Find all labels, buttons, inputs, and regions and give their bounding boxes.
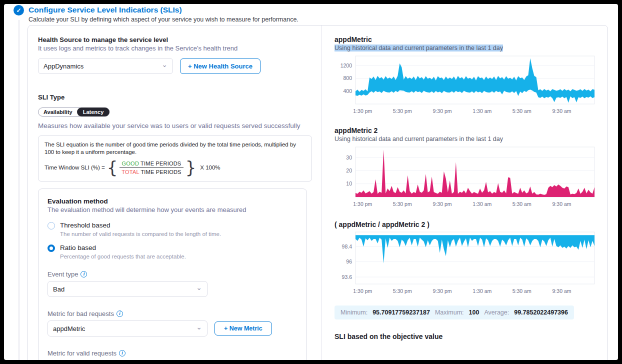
svg-text:5:30 pm: 5:30 pm — [393, 288, 412, 294]
metric-bad-label: Metric for bad requests — [48, 310, 114, 318]
svg-text:1:30 pm: 1:30 pm — [353, 288, 372, 294]
info-icon[interactable]: i — [116, 310, 123, 317]
app-window: ✓ Configure Service Level Indicatiors (S… — [4, 4, 618, 360]
new-metric-button-bad[interactable]: + New Metric — [214, 322, 272, 336]
appdmetric2-chart: 3020101:30 pm5:30 pm9:30 pm1:30 am5:30 a… — [334, 146, 598, 212]
svg-text:96: 96 — [346, 258, 352, 264]
chevron-down-icon: ⌄ — [196, 324, 202, 330]
chart1-subtitle: Using historical data and current parame… — [334, 44, 598, 52]
svg-text:9:30 am: 9:30 am — [552, 108, 572, 114]
info-icon[interactable]: i — [80, 271, 87, 278]
close-brace: } — [186, 159, 196, 176]
equation-rhs: X 100% — [200, 164, 220, 170]
event-type-select[interactable]: Bad ⌄ — [48, 281, 208, 297]
page-subtitle: Calculate your SLI by defining which asp… — [28, 16, 298, 23]
event-type-value: Bad — [53, 286, 64, 293]
svg-text:1200: 1200 — [340, 62, 352, 68]
sli-equation-formula: Time Window SLI (%) = { GOOD TIME PERIOD… — [44, 159, 306, 176]
svg-text:93.6: 93.6 — [342, 274, 352, 280]
svg-text:9:30 pm: 9:30 pm — [433, 108, 452, 114]
svg-text:20: 20 — [346, 168, 352, 174]
radio-threshold-based[interactable]: Threshold based The number of valid requ… — [48, 222, 298, 237]
total-term: TOTAL — [122, 169, 139, 175]
metric-valid-label: Metric for valid requests — [48, 350, 116, 357]
sli-type-label: SLI Type — [38, 93, 310, 102]
ratio-based-description: Percentage of good requests that are acc… — [60, 254, 186, 260]
health-source-description: It uses logs and metrics to track change… — [38, 44, 310, 53]
minimum-label: Minimum: — [340, 309, 368, 316]
chart3-title: ( appdMetric / appdMetric 2 ) — [334, 220, 598, 228]
health-source-select[interactable]: AppDynamics ⌄ — [38, 58, 173, 74]
event-type-label: Event type — [48, 270, 78, 278]
equation-fraction: GOOD TIME PERIODS TOTAL TIME PERIODS — [120, 160, 183, 175]
svg-text:800: 800 — [343, 75, 352, 81]
chevron-down-icon: ⌄ — [162, 62, 168, 67]
svg-text:5:30 pm: 5:30 pm — [393, 201, 412, 207]
evaluation-method-box: Evaluation method The evaluation method … — [38, 188, 307, 360]
svg-text:1:30 pm: 1:30 pm — [353, 201, 372, 207]
equation-lhs: Time Window SLI (%) = — [44, 164, 105, 170]
svg-text:5:30 pm: 5:30 pm — [393, 108, 412, 114]
svg-text:9:30 am: 9:30 am — [552, 288, 572, 294]
chart2-subtitle: Using historical data and current parame… — [334, 134, 598, 144]
maximum-value: 100 — [469, 309, 480, 316]
svg-text:9:30 pm: 9:30 pm — [433, 201, 452, 207]
open-brace: { — [107, 159, 118, 176]
sli-type-option-availability[interactable]: Availability — [38, 108, 78, 116]
average-value: 99.7852022497396 — [514, 309, 568, 316]
maximum-label: Maximum: — [435, 309, 464, 316]
sli-form-column: Health Source to manage the service leve… — [28, 26, 321, 360]
sli-config-panel: Health Source to manage the service leve… — [28, 25, 608, 360]
minimum-value: 95.70917759237187 — [372, 309, 430, 316]
threshold-based-label: Threshold based — [60, 222, 221, 230]
svg-text:1:30 pm: 1:30 pm — [353, 108, 372, 114]
svg-text:30: 30 — [346, 154, 352, 160]
health-source-value: AppDynamics — [44, 62, 84, 70]
check-glyph: ✓ — [16, 7, 21, 14]
page-title: Configure Service Level Indicatiors (SLI… — [28, 6, 182, 14]
new-health-source-button[interactable]: + New Health Source — [180, 58, 260, 74]
numerator-rest: TIME PERIODS — [140, 160, 181, 166]
svg-text:9:30 pm: 9:30 pm — [433, 288, 452, 294]
chart1-title: appdMetric — [334, 36, 598, 44]
metric-bad-select[interactable]: appdMetric ⌄ — [48, 320, 208, 336]
svg-text:10: 10 — [346, 180, 352, 186]
sli-equation-text: The SLI equation is the number of good t… — [44, 141, 306, 156]
sli-equation-box: The SLI equation is the number of good t… — [38, 136, 312, 182]
evaluation-method-description: The evaluation method will determine how… — [48, 206, 298, 214]
chevron-down-icon: ⌄ — [196, 285, 202, 290]
info-icon[interactable]: i — [119, 350, 126, 356]
good-term: GOOD — [122, 160, 139, 166]
svg-text:400: 400 — [343, 88, 352, 94]
radio-circle-selected[interactable] — [48, 244, 55, 252]
event-type-label-row: Event type i — [48, 270, 298, 278]
metric-bad-label-row: Metric for bad requests i — [48, 310, 298, 318]
sli-type-option-latency[interactable]: Latency — [77, 108, 110, 116]
svg-text:98.4: 98.4 — [342, 244, 352, 250]
chart2-title: appdMetric 2 — [334, 126, 598, 134]
charts-column: appdMetric Using historical data and cur… — [321, 26, 608, 360]
svg-text:9:30 am: 9:30 am — [552, 201, 572, 207]
svg-text:5:30 am: 5:30 am — [512, 288, 532, 294]
ratio-based-label: Ratio based — [60, 244, 186, 252]
svg-text:5:30 am: 5:30 am — [512, 108, 532, 114]
svg-text:5:30 am: 5:30 am — [512, 201, 532, 207]
denominator-rest: TIME PERIODS — [140, 169, 181, 175]
sli-type-toggle: Availability Latency — [38, 108, 110, 116]
radio-ratio-based[interactable]: Ratio based Percentage of good requests … — [48, 244, 298, 260]
evaluation-method-label: Evaluation method — [48, 197, 298, 206]
svg-text:1:30 am: 1:30 am — [472, 288, 492, 294]
ratio-chart: 98.49693.61:30 pm5:30 pm9:30 pm1:30 am5:… — [334, 232, 598, 298]
metric-bad-value: appdMetric — [53, 325, 85, 332]
chart1-subtitle-highlighted-text: Using historical data and current parame… — [334, 44, 503, 52]
radio-circle-unselected[interactable] — [48, 222, 55, 230]
appdmetric-chart: 12008004001:30 pm5:30 pm9:30 pm1:30 am5:… — [334, 56, 598, 118]
health-source-label: Health Source to manage the service leve… — [38, 36, 310, 44]
svg-text:1:30 am: 1:30 am — [472, 108, 492, 114]
sli-type-description: Measures how available your service was … — [38, 122, 310, 130]
sli-objective-heading: SLI based on the objective value — [334, 332, 598, 340]
svg-text:1:30 am: 1:30 am — [472, 201, 492, 207]
step-complete-check-icon: ✓ — [14, 5, 24, 16]
sli-stats-bar: Minimum: 95.70917759237187 Maximum: 100 … — [334, 306, 574, 320]
step-connector-line — [18, 20, 20, 360]
